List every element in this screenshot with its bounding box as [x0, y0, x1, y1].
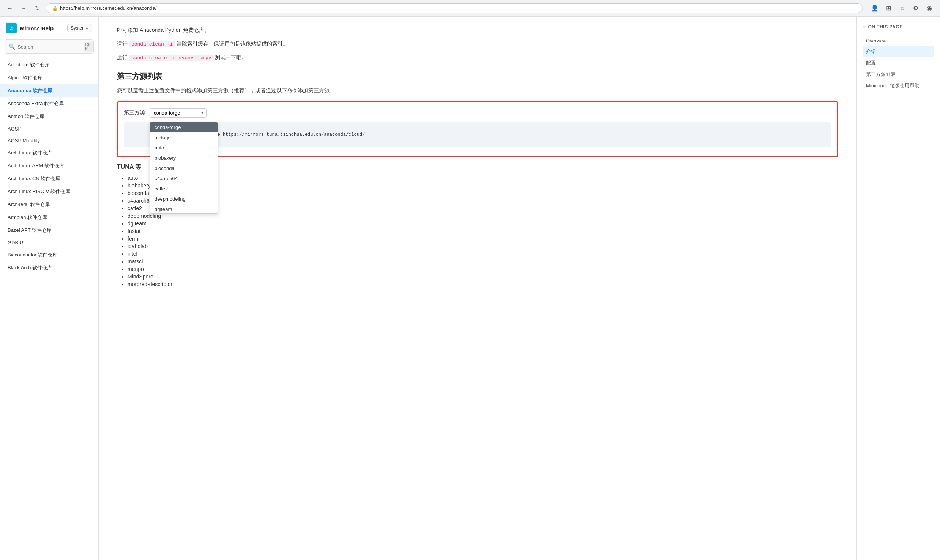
dropdown-list: conda-forgeatztogoautobiobakerybiocondac…: [150, 122, 218, 214]
para1: 即可添加 Anaconda Python 免费仓库。: [117, 26, 838, 35]
list-item: biobakery: [128, 182, 838, 189]
search-input[interactable]: [17, 44, 81, 50]
sidebar-item[interactable]: Bazel APT 软件仓库: [0, 224, 98, 237]
search-shortcut: Ctrl K: [84, 42, 93, 52]
list-item: idaholab: [128, 243, 838, 249]
list-item: deepmodeling: [128, 213, 838, 219]
account-icon[interactable]: ◉: [923, 2, 935, 14]
screen-reader-icon[interactable]: ⊞: [882, 2, 894, 14]
sidebar-item[interactable]: Arch Linux CN 软件仓库: [0, 172, 98, 185]
sidebar-items: Adoptium 软件仓库Alpine 软件仓库Anaconda 软件仓库Ana…: [0, 58, 98, 274]
app-layout: Z MirrorZ Help Syster ⌄ 🔍 Ctrl K Adoptiu…: [0, 17, 940, 560]
address-bar[interactable]: 🔒 https://help.mirrors.cernet.edu.cn/ana…: [46, 3, 863, 13]
system-selector[interactable]: Syster ⌄: [67, 24, 92, 32]
para2: 运行 conda clean -i 清除索引缓存，保证用的是镜像站提供的索引。: [117, 39, 838, 49]
sidebar-item[interactable]: Armbian 软件仓库: [0, 211, 98, 224]
list-item: auto: [128, 175, 838, 181]
list-item: MindSpore: [128, 274, 838, 280]
sidebar-item[interactable]: AOSP Monthly: [0, 135, 98, 146]
tuna-section: TUNA 等: [117, 163, 838, 171]
browser-chrome: ← → ↻ 🔒 https://help.mirrors.cernet.edu.…: [0, 0, 940, 17]
dropdown-item[interactable]: bioconda: [150, 163, 218, 173]
source-select-wrapper: conda-forgeatztogoautobiobakerybiocondac…: [150, 108, 207, 118]
extensions-icon[interactable]: ⚙: [910, 2, 922, 14]
bookmark-icon[interactable]: ☆: [896, 2, 908, 14]
dropdown-item[interactable]: caffe2: [150, 184, 218, 194]
list-item: fastai: [128, 228, 838, 234]
sidebar-item[interactable]: Anaconda 软件仓库: [0, 84, 98, 97]
list-item: c4aarch64: [128, 198, 838, 204]
sidebar-item[interactable]: Arch Linux 软件仓库: [0, 146, 98, 159]
browser-actions: 👤 ⊞ ☆ ⚙ ◉: [869, 2, 935, 14]
para2-code: conda clean -i: [129, 41, 175, 47]
sidebar-item[interactable]: Bioconductor 软件仓库: [0, 249, 98, 261]
dropdown-scrollbar-area[interactable]: conda-forgeatztogoautobiobakerybiocondac…: [150, 122, 218, 213]
list-item: intel: [128, 251, 838, 257]
toc-icon: ≡: [863, 24, 866, 30]
logo-text: MirrorZ Help: [20, 25, 54, 31]
para3-code: conda create -n myenv numpy: [129, 55, 214, 61]
sidebar-item[interactable]: AOSP: [0, 123, 98, 135]
sidebar-item[interactable]: Arch4edu 软件仓库: [0, 198, 98, 211]
system-chevron: ⌄: [85, 25, 89, 31]
toc-items: Overview介绍配置第三方源列表Miniconda 镜像使用帮助: [863, 36, 934, 91]
url-text: https://help.mirrors.cernet.edu.cn/anaco…: [60, 5, 156, 11]
toc-item[interactable]: 介绍: [863, 46, 934, 57]
list-item: caffe2: [128, 205, 838, 211]
list-item: bioconda: [128, 190, 838, 196]
dropdown-items: conda-forgeatztogoautobiobakerybiocondac…: [150, 122, 218, 213]
back-button[interactable]: ←: [5, 3, 15, 14]
sidebar-item[interactable]: Alpine 软件仓库: [0, 71, 98, 84]
section-desc: 您可以遵循上述配置文件中的格式添加第三方源（推荐），或者通过以下命令添加第三方源: [117, 86, 838, 95]
profile-icon[interactable]: 👤: [869, 2, 881, 14]
para3: 运行 conda create -n myenv numpy 测试一下吧。: [117, 53, 838, 62]
dropdown-item[interactable]: conda-forge: [150, 122, 218, 132]
third-party-box: 第三方源 conda-forgeatztogoautobiobakerybioc…: [117, 101, 838, 157]
list-item: mordred-descriptor: [128, 281, 838, 287]
sidebar-item[interactable]: Adoptium 软件仓库: [0, 58, 98, 71]
sidebar-item[interactable]: Anaconda Extra 软件仓库: [0, 97, 98, 110]
dropdown-item[interactable]: deepmodeling: [150, 194, 218, 204]
section-title: 第三方源列表: [117, 71, 838, 82]
main-content: 即可添加 Anaconda Python 免费仓库。 运行 conda clea…: [99, 17, 856, 560]
sidebar-item[interactable]: GDB Git: [0, 237, 98, 249]
forward-button[interactable]: →: [18, 3, 29, 14]
search-box[interactable]: 🔍 Ctrl K: [5, 39, 94, 54]
toc-item[interactable]: 配置: [863, 57, 934, 69]
source-selector-row: 第三方源 conda-forgeatztogoautobiobakerybioc…: [124, 108, 831, 118]
sidebar: Z MirrorZ Help Syster ⌄ 🔍 Ctrl K Adoptiu…: [0, 17, 99, 560]
logo-icon: Z: [6, 23, 17, 33]
list-item: fermi: [128, 236, 838, 242]
right-panel-title: ≡ ON THIS PAGE: [863, 24, 934, 30]
toc-item[interactable]: 第三方源列表: [863, 69, 934, 80]
sidebar-item[interactable]: Black Arch 软件仓库: [0, 261, 98, 274]
list-item: menpo: [128, 266, 838, 272]
bullet-list: autobiobakerybiocondac4aarch64caffe2deep…: [117, 175, 838, 287]
source-select[interactable]: conda-forgeatztogoautobiobakerybiocondac…: [150, 108, 207, 118]
code-block: conda connels.conda-forge https://mirror…: [124, 122, 831, 147]
list-item: matsci: [128, 258, 838, 264]
dropdown-item[interactable]: biobakery: [150, 153, 218, 163]
sidebar-header: Z MirrorZ Help Syster ⌄: [0, 23, 98, 39]
right-panel: ≡ ON THIS PAGE Overview介绍配置第三方源列表Minicon…: [856, 17, 940, 560]
reload-button[interactable]: ↻: [32, 3, 43, 14]
toc-item[interactable]: Miniconda 镜像使用帮助: [863, 80, 934, 91]
system-label: Syster: [71, 25, 84, 31]
toc-item[interactable]: Overview: [863, 36, 934, 46]
sidebar-item[interactable]: Arch Linux RISC-V 软件仓库: [0, 185, 98, 198]
source-label: 第三方源: [124, 109, 145, 116]
dropdown-item[interactable]: dglteam: [150, 204, 218, 213]
sidebar-item[interactable]: Anthon 软件仓库: [0, 110, 98, 123]
sidebar-item[interactable]: Arch Linux ARM 软件仓库: [0, 159, 98, 172]
list-item: dglteam: [128, 220, 838, 227]
dropdown-item[interactable]: atztogo: [150, 132, 218, 143]
lock-icon: 🔒: [52, 6, 58, 11]
search-icon: 🔍: [9, 44, 15, 50]
dropdown-item[interactable]: c4aarch64: [150, 173, 218, 184]
dropdown-item[interactable]: auto: [150, 143, 218, 153]
